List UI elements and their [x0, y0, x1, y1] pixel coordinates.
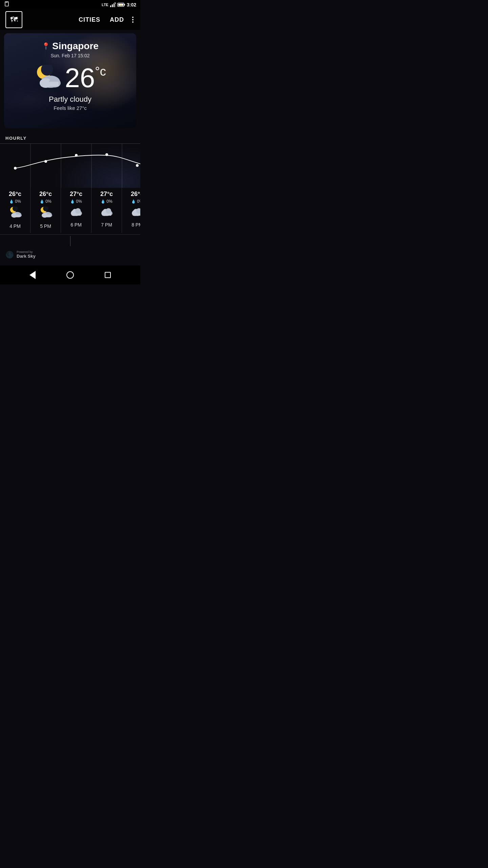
feels-like: Feels like 27°c: [11, 105, 129, 111]
back-arrow-icon: [29, 271, 36, 279]
precip-percent: 0%: [76, 199, 82, 204]
lte-label: LTE: [102, 3, 108, 7]
back-button[interactable]: [26, 269, 39, 281]
temp-curve: [15, 155, 140, 170]
hourly-precip: 💧 0%: [92, 199, 122, 204]
temperature-value: 26: [65, 64, 95, 92]
svg-rect-4: [112, 4, 113, 7]
hourly-time: 6 PM: [61, 222, 91, 228]
rain-drop-icon: 💧: [40, 199, 44, 204]
hourly-temp: 26°c: [30, 191, 61, 198]
map-icon: 🗺: [10, 15, 18, 24]
rain-drop-icon: 💧: [131, 199, 136, 204]
svg-rect-17: [41, 82, 59, 86]
rain-drop-icon: 💧: [9, 199, 14, 204]
recents-button[interactable]: [102, 269, 114, 281]
sd-card-icon: [4, 1, 9, 8]
chart-dot-0: [14, 167, 17, 170]
weather-content: 📍 Singapore Sun. Feb 17 15:02 26: [4, 33, 136, 119]
chart-dot-1: [44, 160, 47, 163]
location-pin-icon: 📍: [42, 42, 50, 50]
hourly-item: 26°c 💧 0% 4 PM: [0, 188, 30, 233]
brand-name: Dark Sky: [17, 254, 36, 259]
hourly-precip: 💧 0%: [0, 199, 30, 204]
hourly-item: 27°c 💧 0% 6 PM: [61, 188, 92, 233]
svg-rect-3: [110, 5, 111, 7]
chart-dot-3: [105, 153, 108, 156]
hourly-scroll[interactable]: 26°c 💧 0% 4 PM 26°c 💧 0% 5 PM 27°c 💧 0% …: [0, 188, 140, 233]
hourly-weather-icon: [122, 206, 140, 219]
home-button[interactable]: [64, 269, 76, 281]
hourly-weather-icon: [0, 206, 30, 221]
hourly-time: 4 PM: [0, 223, 30, 229]
hourly-chart: [0, 144, 140, 188]
hourly-temp: 27°c: [61, 191, 91, 198]
svg-point-41: [75, 208, 81, 214]
svg-rect-29: [12, 215, 20, 217]
recents-square-icon: [105, 272, 111, 278]
hourly-section: HOURLY 26°c �: [0, 132, 140, 233]
precip-percent: 0%: [15, 199, 21, 204]
hourly-precip: 💧 0%: [61, 199, 91, 204]
scroll-indicator: [0, 236, 140, 246]
footer-text: Powered by Dark Sky: [17, 250, 36, 259]
temperature-unit: °c: [95, 64, 106, 79]
dark-sky-icon: 🌑: [5, 251, 14, 259]
weather-description: Partly cloudy: [11, 95, 129, 104]
signal-icon: [110, 2, 116, 7]
time-display: 3:02: [127, 2, 136, 7]
hourly-item: 26°c 💧 0% 8 PM: [122, 188, 140, 233]
hourly-precip: 💧 0%: [30, 199, 61, 204]
hourly-temp: 27°c: [92, 191, 122, 198]
temp-display: 26 °c: [65, 64, 106, 92]
section-divider: [0, 234, 140, 235]
add-button[interactable]: ADD: [107, 16, 127, 23]
hourly-weather-icon: [30, 206, 61, 221]
precip-percent: 0%: [137, 199, 140, 204]
more-options-button[interactable]: [131, 17, 135, 23]
hourly-weather-icon: [92, 206, 122, 219]
rain-drop-icon: 💧: [101, 199, 105, 204]
svg-text:⚡: ⚡: [119, 4, 122, 6]
svg-point-47: [106, 208, 111, 214]
status-icons: LTE ⚡ 3:02: [102, 2, 136, 7]
hourly-precip: 💧 0%: [122, 199, 140, 204]
precip-percent: 0%: [106, 199, 112, 204]
city-datetime: Sun. Feb 17 15:02: [11, 53, 129, 58]
svg-rect-35: [43, 215, 51, 217]
status-bar: LTE ⚡ 3:02: [0, 0, 140, 9]
footer: 🌑 Powered by Dark Sky: [0, 246, 140, 263]
hourly-temp: 26°c: [122, 191, 140, 198]
precip-percent: 0%: [45, 199, 51, 204]
powered-by-text: Powered by: [17, 250, 36, 254]
chart-dot-2: [75, 154, 78, 157]
temperature-row: 26 °c: [11, 64, 129, 92]
cities-button[interactable]: CITIES: [76, 16, 103, 23]
rain-drop-icon: 💧: [70, 199, 75, 204]
top-nav: 🗺 CITIES ADD: [0, 9, 140, 30]
bottom-nav: [0, 265, 140, 284]
svg-rect-9: [124, 4, 125, 5]
chart-dot-4: [136, 164, 139, 167]
home-circle-icon: [66, 271, 74, 279]
hourly-item: 27°c 💧 0% 7 PM: [92, 188, 122, 233]
battery-icon: ⚡: [117, 2, 125, 7]
app-logo[interactable]: 🗺: [5, 11, 22, 28]
hourly-time: 7 PM: [92, 222, 122, 228]
hourly-temp: 26°c: [0, 191, 30, 198]
city-name: 📍 Singapore: [11, 41, 129, 52]
chart-svg: [0, 144, 140, 188]
hourly-header: HOURLY: [0, 132, 140, 144]
main-weather-icon: [34, 65, 61, 92]
svg-rect-2: [7, 2, 7, 3]
hourly-item: 26°c 💧 0% 5 PM: [30, 188, 61, 233]
svg-rect-1: [6, 2, 6, 3]
hourly-time: 8 PM: [122, 222, 140, 228]
hourly-items-list: 26°c 💧 0% 4 PM 26°c 💧 0% 5 PM 27°c 💧 0% …: [0, 188, 140, 233]
hourly-weather-icon: [61, 206, 91, 219]
hourly-time: 5 PM: [30, 223, 61, 229]
weather-card: 📍 Singapore Sun. Feb 17 15:02 26: [4, 33, 136, 128]
svg-rect-5: [114, 3, 115, 7]
